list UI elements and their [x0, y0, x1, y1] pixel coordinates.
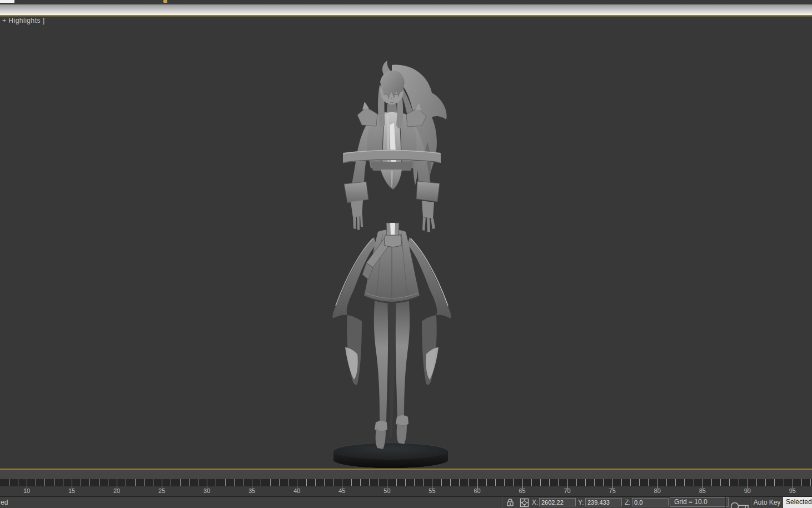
ruler-minor-tick — [801, 479, 802, 486]
ruler-minor-tick — [351, 479, 352, 486]
ruler-minor-tick — [756, 479, 757, 486]
key-filter-selected-dropdown[interactable]: Selected — [783, 497, 812, 508]
ruler-minor-tick — [180, 479, 181, 486]
ruler-minor-tick — [513, 479, 514, 486]
ruler-frame-label: 70 — [564, 487, 570, 494]
statusbar-separator — [725, 497, 726, 508]
ruler-minor-tick — [315, 479, 316, 486]
ruler-minor-tick — [648, 479, 649, 486]
ruler-minor-tick — [450, 479, 451, 486]
x-coordinate-field[interactable] — [539, 498, 576, 506]
ruler-minor-tick — [189, 479, 190, 486]
ruler-frame-label: 65 — [519, 487, 525, 494]
set-key-icon[interactable] — [730, 501, 751, 508]
ruler-minor-tick — [423, 479, 424, 486]
ruler-frame-label: 80 — [654, 487, 661, 494]
ruler-frame-label: 55 — [429, 487, 435, 494]
model-base — [333, 443, 448, 468]
ruler-minor-tick — [603, 479, 604, 486]
ruler-frame-label: 95 — [789, 487, 796, 494]
auto-key-button[interactable]: Auto Key — [753, 497, 781, 508]
ruler-frame-label: 75 — [609, 487, 616, 494]
ruler-minor-tick — [63, 479, 63, 486]
status-bar: ed X: Y: Z: Grid = 10.0 Auto Key Selecte… — [0, 497, 812, 508]
ruler-frame-label: 25 — [158, 487, 165, 494]
ruler-minor-tick — [369, 479, 370, 486]
ruler-minor-tick — [171, 479, 171, 486]
ruler-tick-band — [0, 479, 812, 486]
time-slider-ruler[interactable]: 101520253035404550556065707580859095 — [0, 479, 812, 497]
ruler-minor-tick — [144, 479, 145, 486]
ruler-minor-tick — [414, 479, 415, 486]
ruler-minor-tick — [44, 479, 45, 486]
trackbar-strip — [0, 470, 812, 479]
ruler-frame-label: 45 — [338, 487, 345, 494]
3ds-max-window: + Highlights ] — [0, 0, 812, 508]
ruler-minor-tick — [576, 479, 577, 486]
ruler-minor-tick — [81, 479, 81, 486]
ruler-minor-tick — [234, 479, 235, 486]
ruler-minor-tick — [639, 479, 640, 486]
ruler-minor-tick — [739, 479, 739, 486]
ruler-minor-tick — [504, 479, 505, 486]
viewport-label[interactable]: + Highlights ] — [2, 17, 45, 24]
ruler-minor-tick — [594, 479, 595, 486]
ruler-minor-tick — [153, 479, 153, 486]
model-lower-body — [332, 223, 451, 449]
ruler-minor-tick — [784, 479, 784, 486]
ruler-minor-tick — [468, 479, 469, 486]
y-coordinate-label: Y: — [578, 499, 584, 506]
grid-setting-display: Grid = 10.0 — [670, 497, 729, 507]
ruler-minor-tick — [333, 479, 333, 486]
character-model[interactable] — [308, 58, 475, 472]
ruler-minor-tick — [360, 479, 361, 486]
ruler-minor-tick — [270, 479, 271, 486]
ruler-minor-tick — [306, 479, 307, 486]
ruler-minor-tick — [18, 479, 18, 486]
ruler-minor-tick — [630, 479, 631, 486]
ruler-minor-tick — [288, 479, 288, 486]
ruler-frame-label: 10 — [23, 487, 30, 494]
ruler-minor-tick — [225, 479, 226, 486]
toolbar-clipped-strip — [0, 0, 812, 4]
z-coordinate-field[interactable] — [632, 498, 669, 506]
ruler-minor-tick — [765, 479, 766, 486]
ruler-minor-tick — [135, 479, 136, 486]
ruler-minor-tick — [621, 479, 622, 486]
ruler-minor-tick — [540, 479, 541, 486]
ruler-minor-tick — [720, 479, 721, 486]
perspective-viewport[interactable]: + Highlights ] — [0, 17, 812, 469]
ruler-minor-tick — [549, 479, 550, 486]
ruler-minor-tick — [279, 479, 280, 486]
ruler-frame-label: 85 — [699, 487, 706, 494]
ruler-minor-tick — [810, 479, 811, 486]
ruler-minor-tick — [666, 479, 667, 486]
ruler-minor-tick — [486, 479, 487, 486]
statusbar-separator — [751, 497, 752, 508]
selection-lock-padlock-icon[interactable] — [506, 498, 515, 507]
ruler-minor-tick — [405, 479, 406, 486]
ruler-minor-tick — [774, 479, 775, 486]
ruler-minor-tick — [459, 479, 460, 486]
ruler-minor-tick — [531, 479, 532, 486]
ruler-frame-label: 35 — [248, 487, 255, 494]
ruler-minor-tick — [54, 479, 54, 486]
ruler-frame-label: 40 — [293, 487, 300, 494]
ruler-frame-label: 50 — [383, 487, 390, 494]
ruler-minor-tick — [694, 479, 694, 486]
toolbar-gradient-strip — [0, 4, 812, 15]
ruler-minor-tick — [675, 479, 676, 486]
absolute-mode-crosshair-icon[interactable] — [520, 498, 529, 507]
ruler-frame-label: 60 — [474, 487, 480, 494]
ruler-minor-tick — [396, 479, 397, 486]
ruler-frame-label: 15 — [68, 487, 75, 494]
toolbar-icon-fragment — [163, 0, 167, 3]
ruler-minor-tick — [378, 479, 378, 486]
y-coordinate-field[interactable] — [585, 498, 622, 506]
ruler-minor-tick — [558, 479, 559, 486]
toolbar-fragment — [0, 0, 14, 3]
status-message: ed — [1, 499, 8, 506]
ruler-minor-tick — [216, 479, 216, 486]
ruler-minor-tick — [198, 479, 198, 486]
ruler-minor-tick — [89, 479, 90, 486]
